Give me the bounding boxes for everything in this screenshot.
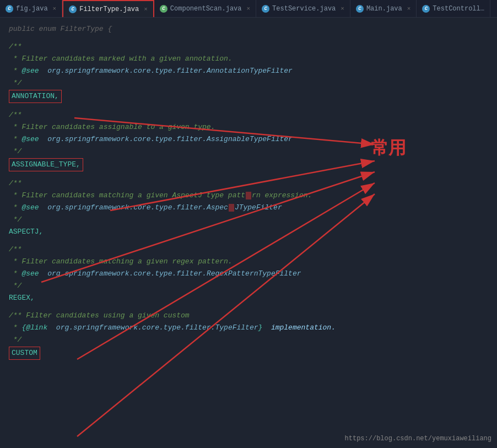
tab-icon-testservice: C: [262, 5, 269, 13]
annotation-value-highlight: ANNOTATION,: [9, 90, 62, 103]
custom-link-tag: {@link: [21, 322, 47, 333]
custom-c2-space: [47, 322, 56, 333]
annotation-comment3-prefix: *: [9, 66, 21, 77]
tab-close-config[interactable]: ×: [53, 6, 57, 12]
annotation-comment1: /**: [9, 41, 21, 52]
tab-icon-config: C: [6, 5, 13, 13]
tab-componentscan[interactable]: C ComponentScan.java ×: [154, 0, 256, 18]
code-line-aspectj-c3: * @see org.springframework.core.type.fil…: [0, 202, 497, 214]
regex-see-link: org.springframework.core.type.filter.Reg…: [47, 268, 301, 279]
tab-label-testcontroller: TestControll…: [433, 5, 484, 13]
code-line-asgn-c1: /**: [0, 109, 497, 121]
assignable-comment3-prefix: *: [9, 134, 21, 145]
tab-label-testservice: TestService.java: [272, 5, 336, 13]
annotation-see-tag: @see: [21, 66, 39, 77]
tab-icon-testcontroller: C: [422, 5, 430, 13]
code-line-public-enum: public enum FilterType {: [0, 23, 497, 35]
tab-close-testservice[interactable]: ×: [341, 6, 344, 12]
assignable-comment1: /**: [9, 110, 21, 121]
tab-icon-main: C: [356, 5, 364, 13]
code-line-regex-c3: * @see org.springframework.core.type.fil…: [0, 268, 497, 280]
tab-icon-componentscan: C: [160, 5, 168, 13]
tab-config[interactable]: C fig.java ×: [0, 0, 62, 18]
tab-close-componentscan[interactable]: ×: [246, 6, 250, 12]
code-line-ann-c2: * Filter candidates marked with a given …: [0, 53, 497, 65]
regex-comment3-prefix: *: [9, 268, 21, 279]
code-line-ann-c1: /**: [0, 41, 497, 53]
regex-comment4: */: [9, 280, 21, 292]
code-line-ann-c4: */: [0, 77, 497, 89]
code-line-assignable-val: ASSIGNABLE_TYPE,: [0, 158, 497, 172]
custom-link-tag2: }: [258, 322, 263, 333]
tab-close-main[interactable]: ×: [407, 6, 411, 12]
code-line-custom-c1: /** Filter candidates using a given cust…: [0, 310, 497, 322]
code-line-aspectj-c4: */: [0, 214, 497, 226]
code-line-custom-val: CUSTOM: [0, 346, 497, 360]
assignable-value-highlight: ASSIGNABLE_TYPE,: [9, 158, 83, 171]
code-line-aspectj-val: ASPECTJ,: [0, 226, 497, 238]
code-line-custom-c2: * {@link org.springframework.core.type.f…: [0, 322, 497, 334]
annotation-enum-text: ANNOTATION,: [12, 92, 59, 100]
regex-enum-text: REGEX,: [9, 293, 35, 304]
code-line-asgn-c2: * Filter candidates assignable to a give…: [0, 121, 497, 133]
code-line-regex-c2: * Filter candidates matching a given reg…: [0, 256, 497, 268]
tab-label-componentscan: ComponentScan.java: [170, 5, 242, 13]
code-line-regex-val: REGEX,: [0, 292, 497, 304]
regex-see-tag: @see: [21, 268, 39, 279]
common-label: 常用: [371, 136, 406, 160]
custom-link-url: org.springframework.core.type.filter.Typ…: [56, 322, 258, 333]
aspectj-comment3-space: [39, 202, 48, 213]
assignable-comment2: * Filter candidates assignable to a give…: [9, 122, 215, 133]
tab-filtertype[interactable]: C FilterType.java ×: [62, 0, 154, 18]
aspectj-see-link: org.springframework.core.type.filter.Asp…: [47, 202, 282, 213]
custom-comment2-prefix: *: [9, 322, 21, 333]
regex-comment2: * Filter candidates matching a given reg…: [9, 256, 233, 267]
assignable-enum-text: ASSIGNABLE_TYPE,: [12, 160, 80, 169]
code-line-custom-c3: */: [0, 334, 497, 346]
tab-testservice[interactable]: C TestService.java ×: [256, 0, 350, 18]
code-line-aspectj-c2: * Filter candidates matching a given Asp…: [0, 190, 497, 202]
code-line-regex-c1: /**: [0, 244, 497, 256]
custom-impl: implementation.: [262, 322, 336, 333]
custom-comment3: */: [9, 334, 21, 346]
tab-label-config: fig.java: [16, 5, 48, 13]
code-line-ann-c3: * @see org.springframework.core.type.fil…: [0, 65, 497, 77]
custom-comment1: /** Filter candidates using a given cust…: [9, 310, 190, 321]
aspectj-comment4: */: [9, 214, 21, 225]
regex-comment1: /**: [9, 244, 21, 255]
code-line-aspectj-c1: /**: [0, 177, 497, 190]
custom-value-highlight: CUSTOM: [9, 347, 40, 360]
aspectj-comment3-prefix: *: [9, 202, 21, 213]
annotation-comment4: */: [9, 78, 21, 89]
watermark-text: https://blog.csdn.net/yemuxiaweiliang: [345, 435, 491, 442]
assignable-see-tag: @see: [21, 134, 39, 145]
code-line-annotation-val: ANNOTATION,: [0, 89, 497, 104]
public-enum-text: public enum FilterType {: [9, 24, 112, 35]
tab-bar: C fig.java × C FilterType.java × C Compo…: [0, 0, 497, 18]
regex-comment3-space: [39, 268, 48, 279]
tab-close-filtertype[interactable]: ×: [144, 6, 148, 13]
assignable-comment4: */: [9, 146, 21, 157]
aspectj-comment1: /**: [9, 178, 21, 189]
code-line-asgn-c3: * @see org.springframework.core.type.fil…: [0, 133, 497, 145]
tab-label-filtertype: FilterType.java: [79, 6, 139, 13]
aspectj-see-tag: @see: [21, 202, 39, 213]
aspectj-enum-text: ASPECTJ,: [9, 226, 43, 238]
assignable-comment3-space: [39, 134, 48, 145]
code-line-asgn-c4: */: [0, 145, 497, 158]
assignable-see-link: org.springframework.core.type.filter.Ass…: [47, 134, 293, 145]
custom-enum-text: CUSTOM: [12, 349, 37, 357]
tab-main[interactable]: C Main.java ×: [350, 0, 417, 18]
annotation-comment2: * Filter candidates marked with a given …: [9, 53, 233, 64]
tab-label-main: Main.java: [366, 5, 402, 13]
tab-testcontroller[interactable]: C TestControll…: [417, 0, 490, 18]
annotation-comment3-space: [39, 66, 48, 77]
code-area: public enum FilterType { /** * Filter ca…: [0, 18, 497, 448]
annotation-see-link: org.springframework.core.type.filter.Ann…: [47, 66, 293, 77]
tab-icon-filtertype: C: [69, 6, 77, 13]
aspectj-comment2: * Filter candidates matching a given Asp…: [9, 190, 312, 201]
code-line-regex-c4: */: [0, 280, 497, 292]
